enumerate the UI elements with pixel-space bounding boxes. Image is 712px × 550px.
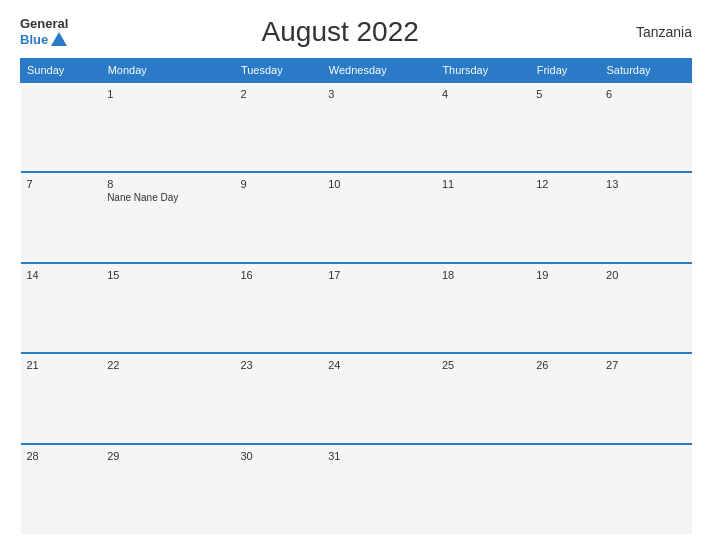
calendar-cell: 11	[436, 172, 530, 262]
day-number: 28	[27, 450, 96, 462]
col-monday: Monday	[101, 59, 234, 83]
calendar-week-row: 21222324252627	[21, 353, 692, 443]
day-number: 11	[442, 178, 524, 190]
day-number: 24	[328, 359, 430, 371]
day-number: 17	[328, 269, 430, 281]
calendar-header: General Blue August 2022 Tanzania	[20, 16, 692, 48]
calendar-cell	[21, 82, 102, 172]
calendar-cell: 22	[101, 353, 234, 443]
day-number: 30	[240, 450, 316, 462]
calendar-week-row: 123456	[21, 82, 692, 172]
calendar-cell: 7	[21, 172, 102, 262]
calendar-cell: 31	[322, 444, 436, 534]
calendar-cell: 3	[322, 82, 436, 172]
col-sunday: Sunday	[21, 59, 102, 83]
day-number: 21	[27, 359, 96, 371]
calendar-cell: 23	[234, 353, 322, 443]
calendar-cell: 5	[530, 82, 600, 172]
col-friday: Friday	[530, 59, 600, 83]
logo-blue-text: Blue	[20, 32, 48, 47]
logo-blue-container: Blue	[20, 32, 67, 47]
calendar-cell: 28	[21, 444, 102, 534]
calendar-cell: 18	[436, 263, 530, 353]
days-header-row: Sunday Monday Tuesday Wednesday Thursday…	[21, 59, 692, 83]
day-number: 10	[328, 178, 430, 190]
country-label: Tanzania	[612, 24, 692, 40]
day-number: 12	[536, 178, 594, 190]
day-number: 19	[536, 269, 594, 281]
day-number: 2	[240, 88, 316, 100]
col-wednesday: Wednesday	[322, 59, 436, 83]
calendar-week-row: 78Nane Nane Day910111213	[21, 172, 692, 262]
calendar-cell: 30	[234, 444, 322, 534]
logo-triangle-icon	[51, 32, 67, 46]
calendar-cell: 13	[600, 172, 691, 262]
calendar-cell: 16	[234, 263, 322, 353]
day-number: 14	[27, 269, 96, 281]
day-number: 8	[107, 178, 228, 190]
day-number: 3	[328, 88, 430, 100]
day-number: 29	[107, 450, 228, 462]
calendar-cell: 29	[101, 444, 234, 534]
calendar-table: Sunday Monday Tuesday Wednesday Thursday…	[20, 58, 692, 534]
logo: General Blue	[20, 17, 68, 46]
day-number: 13	[606, 178, 685, 190]
calendar-cell: 12	[530, 172, 600, 262]
logo-general-text: General	[20, 17, 68, 31]
calendar-cell: 24	[322, 353, 436, 443]
calendar-cell: 27	[600, 353, 691, 443]
day-number: 22	[107, 359, 228, 371]
calendar-cell: 20	[600, 263, 691, 353]
col-tuesday: Tuesday	[234, 59, 322, 83]
calendar-cell: 19	[530, 263, 600, 353]
day-number: 1	[107, 88, 228, 100]
day-number: 4	[442, 88, 524, 100]
calendar-cell: 6	[600, 82, 691, 172]
day-number: 5	[536, 88, 594, 100]
day-number: 23	[240, 359, 316, 371]
day-number: 25	[442, 359, 524, 371]
day-number: 16	[240, 269, 316, 281]
calendar-cell: 25	[436, 353, 530, 443]
day-number: 26	[536, 359, 594, 371]
day-number: 18	[442, 269, 524, 281]
calendar-cell: 17	[322, 263, 436, 353]
day-number: 15	[107, 269, 228, 281]
calendar-cell: 2	[234, 82, 322, 172]
calendar-page: General Blue August 2022 Tanzania Sunday…	[0, 0, 712, 550]
calendar-cell: 10	[322, 172, 436, 262]
day-number: 27	[606, 359, 685, 371]
calendar-week-row: 14151617181920	[21, 263, 692, 353]
calendar-cell: 21	[21, 353, 102, 443]
calendar-cell	[600, 444, 691, 534]
day-number: 7	[27, 178, 96, 190]
day-number: 20	[606, 269, 685, 281]
calendar-cell: 26	[530, 353, 600, 443]
col-thursday: Thursday	[436, 59, 530, 83]
calendar-cell: 9	[234, 172, 322, 262]
calendar-cell: 15	[101, 263, 234, 353]
calendar-cell: 4	[436, 82, 530, 172]
calendar-cell: 8Nane Nane Day	[101, 172, 234, 262]
calendar-cell	[436, 444, 530, 534]
calendar-cell: 14	[21, 263, 102, 353]
calendar-title: August 2022	[68, 16, 612, 48]
day-number: 6	[606, 88, 685, 100]
calendar-week-row: 28293031	[21, 444, 692, 534]
holiday-label: Nane Nane Day	[107, 192, 228, 203]
col-saturday: Saturday	[600, 59, 691, 83]
day-number: 31	[328, 450, 430, 462]
calendar-cell: 1	[101, 82, 234, 172]
day-number: 9	[240, 178, 316, 190]
calendar-cell	[530, 444, 600, 534]
